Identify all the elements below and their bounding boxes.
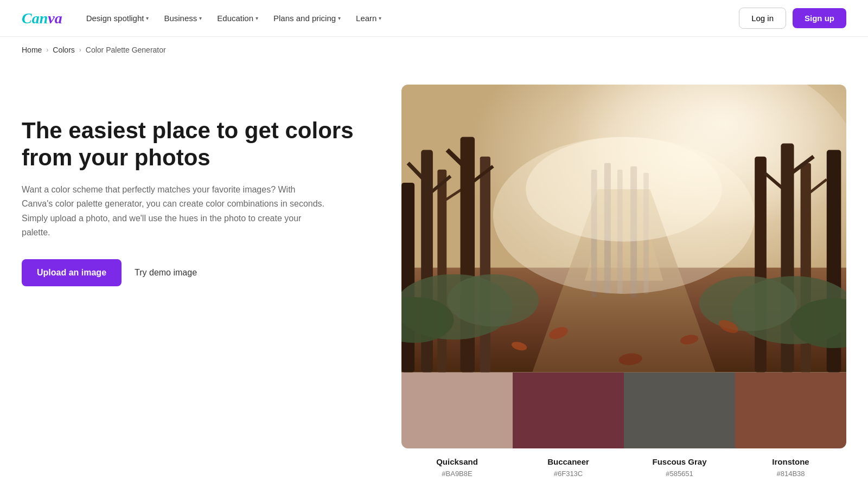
chevron-down-icon: ▾ — [256, 15, 258, 21]
palette-swatches — [401, 373, 846, 448]
swatch-ironstone[interactable] — [735, 373, 846, 448]
breadcrumb-home[interactable]: Home — [22, 46, 42, 54]
nav-education[interactable]: Education ▾ — [210, 9, 265, 27]
svg-rect-12 — [480, 157, 490, 373]
try-demo-button[interactable]: Try demo image — [135, 268, 197, 278]
svg-point-17 — [447, 274, 539, 326]
login-button[interactable]: Log in — [739, 8, 786, 29]
image-card — [401, 85, 846, 448]
upload-image-button[interactable]: Upload an image — [22, 259, 122, 286]
left-panel: The easiest place to get colors from you… — [22, 85, 369, 286]
nav-actions: Log in Sign up — [739, 8, 846, 29]
chevron-down-icon: ▾ — [199, 15, 202, 21]
breadcrumb: Home › Colors › Color Palette Generator — [0, 37, 868, 63]
swatch-buccaneer[interactable] — [513, 373, 624, 448]
cta-group: Upload an image Try demo image — [22, 259, 369, 286]
signup-button[interactable]: Sign up — [793, 8, 846, 28]
main-content: The easiest place to get colors from you… — [0, 63, 868, 488]
breadcrumb-sep-1: › — [46, 46, 48, 54]
svg-point-27 — [699, 276, 797, 331]
breadcrumb-current: Color Palette Generator — [86, 46, 166, 54]
nav-plans-pricing[interactable]: Plans and pricing ▾ — [267, 9, 347, 27]
palette-label-2: Fuscous Gray #585651 — [624, 457, 735, 478]
right-panel: Quicksand #BA9B8E Buccaneer #6F313C Fusc… — [401, 85, 846, 478]
palette-label-0: Quicksand #BA9B8E — [401, 457, 513, 478]
nav-learn[interactable]: Learn ▾ — [349, 9, 388, 27]
nav-business[interactable]: Business ▾ — [157, 9, 208, 27]
navbar: Canva Design spotlight ▾ Business ▾ Educ… — [0, 0, 868, 37]
nav-design-spotlight[interactable]: Design spotlight ▾ — [80, 9, 156, 27]
svg-point-39 — [526, 137, 722, 241]
forest-image — [401, 85, 846, 373]
canva-logo[interactable]: Canva — [22, 10, 62, 27]
palette-labels: Quicksand #BA9B8E Buccaneer #6F313C Fusc… — [401, 457, 846, 478]
chevron-down-icon: ▾ — [146, 15, 149, 21]
palette-label-3: Ironstone #814B38 — [735, 457, 846, 478]
nav-links: Design spotlight ▾ Business ▾ Education … — [80, 9, 735, 27]
palette-label-1: Buccaneer #6F313C — [513, 457, 624, 478]
swatch-quicksand[interactable] — [401, 373, 513, 448]
breadcrumb-colors[interactable]: Colors — [53, 46, 74, 54]
hero-description: Want a color scheme that perfectly match… — [22, 183, 326, 240]
hero-title: The easiest place to get colors from you… — [22, 117, 369, 172]
chevron-down-icon: ▾ — [379, 15, 381, 21]
svg-rect-7 — [401, 183, 414, 373]
breadcrumb-sep-2: › — [79, 46, 81, 54]
swatch-fuscous-gray[interactable] — [624, 373, 735, 448]
chevron-down-icon: ▾ — [338, 15, 341, 21]
